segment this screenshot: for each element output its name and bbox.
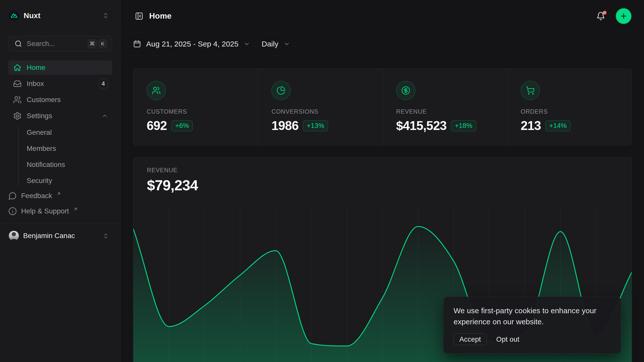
cookie-message: We use first-party cookies to enhance yo… bbox=[454, 305, 611, 327]
sidebar-submenu: GeneralMembersNotificationsSecurity bbox=[8, 125, 112, 188]
kbd-k: K bbox=[98, 39, 107, 48]
revenue-chart-label: REVENUE bbox=[147, 167, 632, 174]
stat-label: REVENUE bbox=[396, 108, 500, 115]
search-icon bbox=[15, 40, 22, 48]
sidebar-item-inbox[interactable]: Inbox4 bbox=[8, 76, 112, 91]
settings-icon bbox=[13, 112, 22, 120]
stat-delta-badge: +6% bbox=[171, 120, 193, 131]
inbox-count-badge: 4 bbox=[99, 79, 108, 88]
user-menu[interactable]: Benjamin Canac bbox=[0, 224, 120, 248]
home-icon bbox=[13, 63, 22, 72]
info-icon bbox=[8, 207, 17, 215]
notifications-button[interactable] bbox=[595, 10, 607, 22]
sidebar-subitem-notifications[interactable]: Notifications bbox=[27, 157, 112, 172]
stat-label: CUSTOMERS bbox=[147, 108, 250, 115]
cookie-banner: We use first-party cookies to enhance yo… bbox=[443, 297, 621, 354]
workspace-name: Nuxt bbox=[24, 11, 102, 20]
stats-card: CUSTOMERS692+6%CONVERSIONS1986+13%REVENU… bbox=[133, 69, 632, 145]
toolbar: Aug 21, 2025 - Sep 4, 2025 Daily bbox=[120, 32, 644, 56]
sidebar-nav: HomeInbox4CustomersSettingsGeneralMember… bbox=[8, 60, 112, 188]
plus-icon bbox=[620, 12, 628, 20]
circle-dollar-sign-icon bbox=[396, 81, 415, 100]
granularity-select[interactable]: Daily bbox=[262, 40, 290, 48]
sidebar: Nuxt Search... ⌘ K HomeInbox4CustomersSe… bbox=[0, 0, 120, 362]
inbox-icon bbox=[13, 79, 22, 88]
stat-value: $415,523 bbox=[396, 118, 447, 133]
nuxt-logo-icon bbox=[9, 10, 19, 21]
sidebar-link-label: Feedback bbox=[21, 192, 52, 200]
stat-value: 1986 bbox=[271, 118, 298, 133]
kbd-cmd: ⌘ bbox=[88, 39, 97, 48]
sidebar-item-label: Inbox bbox=[27, 80, 94, 88]
stat-orders: ORDERS213+14% bbox=[507, 69, 632, 145]
stat-value: 692 bbox=[147, 118, 167, 133]
notification-dot bbox=[603, 11, 607, 15]
stat-conversions: CONVERSIONS1986+13% bbox=[258, 69, 382, 145]
users-icon bbox=[147, 81, 166, 100]
stat-label: CONVERSIONS bbox=[271, 108, 375, 115]
date-range-label: Aug 21, 2025 - Sep 4, 2025 bbox=[146, 40, 238, 48]
stat-delta-badge: +14% bbox=[545, 120, 571, 131]
revenue-chart-total: $79,234 bbox=[147, 177, 632, 194]
sidebar-link-label: Help & Support bbox=[21, 207, 69, 215]
sidebar-item-label: Settings bbox=[27, 112, 96, 120]
chevrons-up-down-icon bbox=[103, 233, 109, 239]
sidebar-subitem-general[interactable]: General bbox=[27, 125, 112, 140]
chevron-down-icon bbox=[284, 41, 290, 47]
sidebar-subitem-members[interactable]: Members bbox=[27, 141, 112, 156]
date-range-picker[interactable]: Aug 21, 2025 - Sep 4, 2025 bbox=[133, 40, 250, 48]
sidebar-item-settings[interactable]: Settings bbox=[8, 109, 112, 123]
stat-revenue: REVENUE$415,523+18% bbox=[383, 69, 507, 145]
stat-value: 213 bbox=[521, 118, 541, 133]
shopping-cart-icon bbox=[521, 81, 540, 100]
arrow-up-right-icon bbox=[56, 191, 61, 196]
sidebar-link-help-support[interactable]: Help & Support bbox=[8, 205, 112, 217]
panel-left-close-icon bbox=[135, 12, 143, 20]
chevrons-up-down-icon bbox=[102, 12, 109, 19]
stat-delta-badge: +18% bbox=[451, 120, 476, 131]
stat-customers: CUSTOMERS692+6% bbox=[133, 69, 258, 145]
add-button[interactable] bbox=[616, 8, 631, 24]
sidebar-footer-links: FeedbackHelp & Support bbox=[8, 190, 112, 217]
calendar-icon bbox=[133, 40, 141, 48]
users-icon bbox=[13, 96, 22, 104]
sidebar-link-feedback[interactable]: Feedback bbox=[8, 190, 112, 202]
sidebar-item-label: Customers bbox=[27, 96, 108, 104]
message-circle-icon bbox=[8, 192, 17, 200]
page-title: Home bbox=[149, 11, 172, 21]
sidebar-subitem-security[interactable]: Security bbox=[27, 173, 112, 188]
chevron-down-icon bbox=[244, 41, 250, 47]
pie-chart-icon bbox=[271, 81, 291, 100]
sidebar-item-home[interactable]: Home bbox=[8, 60, 112, 75]
search-placeholder: Search... bbox=[27, 40, 86, 48]
cookie-accept-button[interactable]: Accept bbox=[454, 333, 487, 345]
sidebar-item-label: Home bbox=[27, 64, 108, 72]
user-name: Benjamin Canac bbox=[23, 232, 98, 240]
workspace-switcher[interactable]: Nuxt bbox=[8, 10, 112, 22]
search-input[interactable]: Search... ⌘ K bbox=[8, 36, 112, 52]
cookie-optout-button[interactable]: Opt out bbox=[496, 335, 519, 343]
chevron-up-icon bbox=[101, 113, 108, 119]
granularity-label: Daily bbox=[262, 40, 278, 48]
stat-delta-badge: +13% bbox=[303, 120, 328, 131]
arrow-up-right-icon bbox=[73, 207, 78, 211]
page-header: Home bbox=[120, 0, 644, 32]
avatar bbox=[9, 231, 19, 241]
stat-label: ORDERS bbox=[521, 108, 624, 115]
sidebar-collapse-button[interactable] bbox=[133, 10, 145, 22]
sidebar-item-customers[interactable]: Customers bbox=[8, 93, 112, 107]
